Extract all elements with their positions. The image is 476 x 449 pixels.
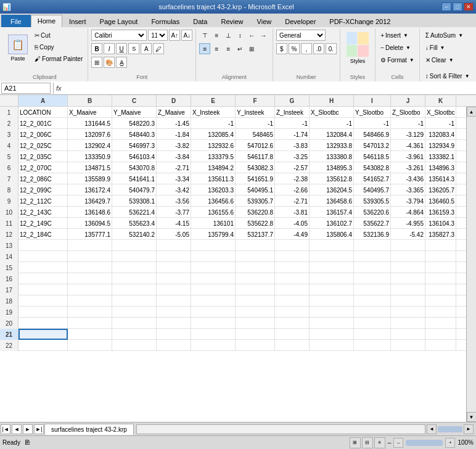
cell[interactable] — [425, 284, 456, 295]
cell[interactable]: 541652.7 — [354, 173, 391, 184]
cell[interactable]: Z_Maaive — [157, 107, 191, 118]
cell[interactable] — [354, 240, 391, 251]
cell[interactable]: 132083.4 — [425, 129, 456, 140]
cell[interactable] — [236, 340, 275, 351]
cell[interactable]: 12_2_149C — [18, 218, 68, 229]
cell[interactable]: 536221.4 — [112, 207, 157, 218]
cell[interactable] — [18, 307, 68, 318]
close-button[interactable]: ✕ — [464, 2, 474, 11]
cell[interactable] — [425, 318, 456, 329]
cell[interactable]: 543082.8 — [354, 162, 391, 173]
cell[interactable] — [391, 251, 425, 262]
cell[interactable] — [275, 318, 310, 329]
cell[interactable]: 135827.3 — [425, 229, 456, 240]
cell[interactable]: 532137.7 — [236, 229, 275, 240]
col-header-A[interactable]: A — [18, 95, 68, 106]
cell[interactable]: Z_Insteek — [275, 107, 310, 118]
cell[interactable]: -1 — [236, 118, 275, 129]
col-header-E[interactable]: E — [191, 95, 236, 106]
sheet-nav-first[interactable]: |◄ — [1, 424, 10, 434]
cell[interactable]: -3.81 — [275, 207, 310, 218]
cell[interactable] — [275, 307, 310, 318]
cell[interactable] — [191, 329, 236, 340]
clear-button[interactable]: ✕ Clear ▼ — [424, 54, 456, 65]
cell[interactable]: 532136.9 — [354, 229, 391, 240]
cell[interactable] — [18, 340, 68, 351]
fill-color-button[interactable]: 🎨 — [104, 57, 115, 68]
sort-filter-button[interactable]: ↕ Sort & Filter ▼ — [424, 70, 472, 81]
cell[interactable] — [112, 273, 157, 284]
col-header-B[interactable]: B — [68, 95, 112, 106]
cell[interactable]: 136155.6 — [191, 207, 236, 218]
cell[interactable]: 133380.8 — [310, 151, 354, 162]
cell[interactable]: -3.56 — [157, 196, 191, 207]
cell[interactable] — [236, 273, 275, 284]
cell[interactable]: 541651.9 — [236, 173, 275, 184]
cell[interactable]: 539305.5 — [354, 196, 391, 207]
zoom-in-button[interactable]: + — [445, 438, 455, 448]
tab-formulas[interactable]: Formulas — [144, 15, 186, 27]
scroll-left-button[interactable]: ◄ — [427, 424, 437, 434]
row-number[interactable]: 10 — [0, 207, 18, 218]
cell[interactable]: 135799.4 — [191, 229, 236, 240]
underline-button[interactable]: U — [116, 43, 127, 54]
horizontal-scrollbar[interactable] — [136, 424, 425, 434]
cell[interactable] — [425, 273, 456, 284]
wrap-text-button[interactable]: ↵ — [234, 43, 245, 54]
cell[interactable]: 136094.5 — [68, 218, 112, 229]
cell[interactable] — [425, 240, 456, 251]
cell[interactable]: 131644.5 — [68, 118, 112, 129]
cell[interactable] — [354, 284, 391, 295]
cell[interactable] — [354, 262, 391, 273]
cell[interactable]: 12_2_112C — [18, 196, 68, 207]
row-number[interactable]: 22 — [0, 340, 18, 351]
row-number[interactable]: 2 — [0, 118, 18, 129]
format-painter-button[interactable]: 🖌 Format Painter — [33, 53, 84, 64]
cell[interactable] — [112, 295, 157, 307]
cell[interactable]: 540495.1 — [236, 184, 275, 196]
cell[interactable]: -4.864 — [391, 207, 425, 218]
cell[interactable]: 136157.4 — [310, 207, 354, 218]
formula-input[interactable] — [64, 83, 475, 94]
strikethrough-button[interactable]: S — [128, 43, 139, 54]
percent-button[interactable]: % — [289, 43, 300, 54]
row-number[interactable]: 19 — [0, 307, 18, 318]
cell[interactable]: -2.71 — [157, 162, 191, 173]
cell[interactable] — [236, 307, 275, 318]
cell[interactable]: 132933.8 — [310, 140, 354, 151]
indent-decrease-button[interactable]: ← — [246, 30, 257, 41]
cell[interactable]: -3.436 — [391, 173, 425, 184]
align-center-button[interactable]: ≡ — [211, 43, 222, 54]
cell[interactable]: 134896.3 — [425, 162, 456, 173]
cell[interactable] — [191, 295, 236, 307]
cell[interactable]: -1.74 — [275, 129, 310, 140]
col-header-I[interactable]: I — [354, 95, 391, 106]
cell[interactable]: 532140.2 — [112, 229, 157, 240]
cell[interactable]: 12_2_025C — [18, 140, 68, 151]
cell[interactable]: 136205.7 — [425, 184, 456, 196]
cell[interactable]: 12_2_035C — [18, 151, 68, 162]
cell[interactable]: 543070.8 — [112, 162, 157, 173]
currency-button[interactable]: $ — [276, 43, 287, 54]
row-number[interactable]: 9 — [0, 196, 18, 207]
cell[interactable]: 132934.9 — [425, 140, 456, 151]
cell[interactable]: -1 — [275, 118, 310, 129]
cell[interactable]: 135777.1 — [68, 229, 112, 240]
cell[interactable] — [18, 240, 68, 251]
zoom-out-button[interactable]: – — [393, 438, 403, 448]
cell[interactable]: 132932.6 — [191, 140, 236, 151]
cell[interactable] — [157, 329, 191, 340]
autosum-button[interactable]: Σ AutoSum ▼ — [424, 30, 465, 41]
cell[interactable] — [236, 295, 275, 307]
row-number[interactable]: 4 — [0, 140, 18, 151]
tab-insert[interactable]: Insert — [62, 15, 93, 27]
cell[interactable] — [236, 284, 275, 295]
cell[interactable]: -3.42 — [157, 184, 191, 196]
text-direction-button[interactable]: ↕ — [234, 30, 245, 41]
align-right-button[interactable]: ≡ — [223, 43, 234, 54]
cell[interactable]: -3.84 — [157, 151, 191, 162]
cell[interactable]: 12_2_143C — [18, 207, 68, 218]
row-number[interactable]: 12 — [0, 229, 18, 240]
cell[interactable] — [310, 329, 354, 340]
delete-cells-button[interactable]: − Delete ▼ — [379, 42, 412, 53]
